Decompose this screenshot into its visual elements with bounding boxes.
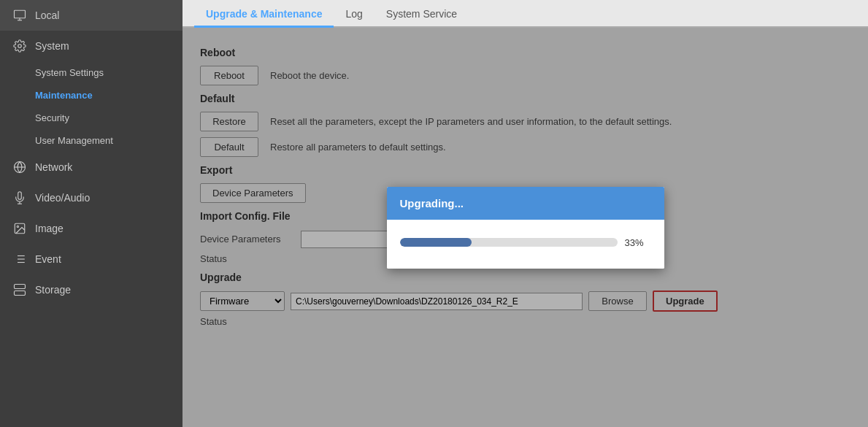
sidebar-item-system-label: System [35,40,69,52]
sidebar-item-image-label: Image [35,223,64,234]
sidebar-item-user-management-label: User Management [35,135,113,146]
content-area: Reboot Reboot Reboot the device. Default… [183,28,868,427]
progress-percent: 33% [625,237,651,248]
svg-rect-16 [15,285,26,289]
sidebar-item-storage-label: Storage [35,284,71,296]
sidebar-item-system-settings[interactable]: System Settings [0,61,183,84]
mic-icon [12,190,28,206]
sidebar-item-storage[interactable]: Storage [0,274,183,305]
storage-icon [12,282,28,298]
tab-log[interactable]: Log [334,2,374,28]
main-content: Upgrade & Maintenance Log System Service… [183,0,868,427]
monitor-icon [12,7,28,23]
sidebar-item-system[interactable]: System [0,31,183,61]
list-icon [12,251,28,267]
tab-upgrade-maintenance[interactable]: Upgrade & Maintenance [194,2,334,28]
svg-rect-17 [15,291,26,296]
sidebar-item-security-label: Security [35,112,69,123]
sidebar-item-network[interactable]: Network [0,152,183,182]
image-icon [12,220,28,236]
globe-icon [12,159,28,175]
dialog-body: 33% [387,220,664,269]
sidebar-item-image[interactable]: Image [0,213,183,244]
svg-rect-0 [15,10,26,18]
sidebar-item-video-audio-label: Video/Audio [35,192,90,204]
sidebar-item-user-management[interactable]: User Management [0,129,183,152]
upgrading-dialog: Upgrading... 33% [387,187,664,269]
progress-bar-background [400,238,618,247]
svg-point-9 [17,226,18,227]
sidebar-item-event[interactable]: Event [0,244,183,274]
sidebar-item-system-settings-label: System Settings [35,67,104,78]
dialog-title: Upgrading... [400,197,464,209]
progress-bar-container: 33% [400,237,651,248]
sidebar-item-maintenance-label: Maintenance [35,90,93,101]
sidebar-item-local-label: Local [35,9,59,21]
sidebar-item-event-label: Event [35,253,61,265]
dialog-header: Upgrading... [387,187,664,220]
sidebar-item-video-audio[interactable]: Video/Audio [0,182,183,213]
tab-bar: Upgrade & Maintenance Log System Service [183,0,868,28]
svg-point-3 [18,45,22,48]
sidebar-item-security[interactable]: Security [0,107,183,129]
upgrading-overlay: Upgrading... 33% [183,28,868,427]
settings-icon [12,38,28,54]
progress-bar-fill [400,238,472,247]
sidebar-item-network-label: Network [35,161,72,173]
tab-system-service[interactable]: System Service [375,2,469,28]
sidebar: Local System System Settings Maintenance… [0,0,183,427]
sidebar-item-maintenance[interactable]: Maintenance [0,84,183,107]
sidebar-item-local[interactable]: Local [0,0,183,31]
